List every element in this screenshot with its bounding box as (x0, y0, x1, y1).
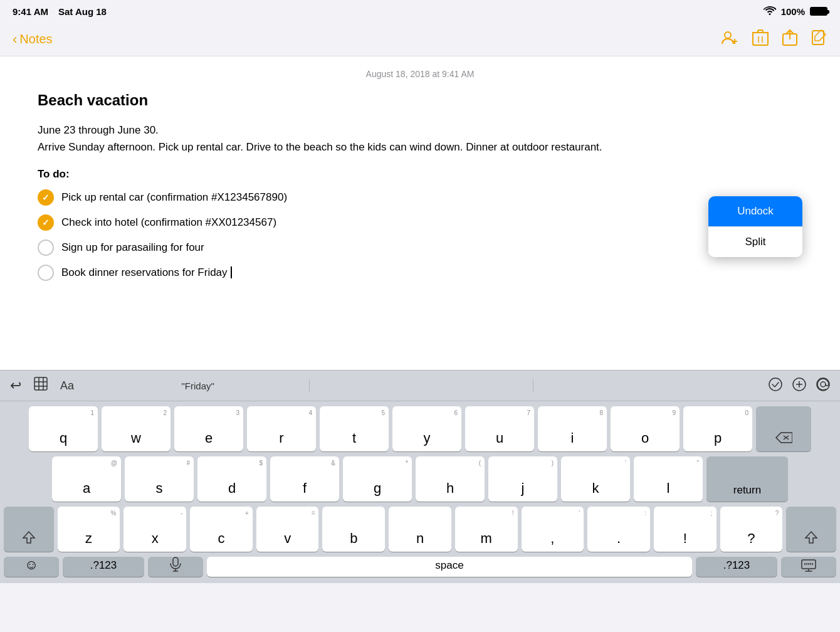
autocomplete-left[interactable]: "Friday" (87, 378, 309, 394)
note-title[interactable]: Beach vacation (38, 92, 802, 109)
todo-checkbox-4[interactable] (38, 265, 54, 281)
todo-checkbox-3[interactable] (38, 240, 54, 256)
undock-popup: Undock Split (708, 196, 802, 257)
format-button[interactable]: Aa (60, 379, 74, 392)
battery-percentage: 100% (781, 6, 805, 17)
key-q[interactable]: 1q (29, 406, 98, 451)
key-shift-right[interactable] (786, 507, 836, 552)
todo-item-2[interactable]: ✓ Check into hotel (confirmation #XX0123… (38, 214, 802, 231)
key-r[interactable]: 4r (247, 406, 316, 451)
key-exclaim[interactable]: ;! (654, 507, 717, 552)
key-s[interactable]: #s (125, 456, 194, 502)
key-j[interactable]: )j (488, 456, 557, 502)
key-w[interactable]: 2w (102, 406, 171, 451)
key-o[interactable]: 9o (611, 406, 680, 451)
todo-item-4[interactable]: Book dinner reservations for Friday (38, 265, 802, 281)
key-return[interactable]: return (706, 456, 788, 502)
key-numbers-left[interactable]: .?123 (63, 557, 144, 577)
svg-point-19 (821, 382, 826, 387)
key-z[interactable]: %z (58, 507, 120, 552)
key-a[interactable]: @a (52, 456, 121, 502)
key-mic[interactable] (148, 557, 203, 577)
key-period[interactable]: :. (587, 507, 650, 552)
key-delete[interactable] (756, 406, 811, 451)
key-shift[interactable] (4, 507, 54, 552)
share-button[interactable] (782, 29, 797, 50)
keyboard-row-2: @a #s $d &f *g (h )j 'k "l return (4, 456, 836, 502)
table-button[interactable] (34, 377, 48, 394)
key-b[interactable]: b (322, 507, 385, 552)
key-v[interactable]: =v (256, 507, 319, 552)
done-icon[interactable] (769, 377, 782, 394)
key-numbers-right[interactable]: .?123 (696, 557, 777, 577)
at-icon[interactable] (816, 377, 830, 394)
svg-rect-3 (753, 33, 768, 45)
undock-button[interactable]: Undock (708, 196, 802, 226)
todo-text-4: Book dinner reservations for Friday (61, 266, 232, 279)
back-button[interactable]: ‹ Notes (13, 31, 53, 48)
key-n[interactable]: n (389, 507, 451, 552)
autocomplete-bar: "Friday" (87, 378, 756, 394)
todo-checkbox-1[interactable]: ✓ (38, 189, 54, 206)
key-x[interactable]: -x (123, 507, 186, 552)
status-time: 9:41 AM (13, 6, 48, 17)
todo-text-2: Check into hotel (confirmation #XX012345… (61, 216, 276, 229)
key-u[interactable]: 7u (465, 406, 534, 451)
wifi-icon (764, 5, 776, 18)
undo-button[interactable]: ↩ (10, 377, 21, 394)
todo-text-1: Pick up rental car (confirmation #X12345… (61, 191, 287, 204)
key-p[interactable]: 0p (683, 406, 752, 451)
note-toolbar: ‹ Notes (0, 23, 840, 56)
key-h[interactable]: (h (416, 456, 485, 502)
todo-item-3[interactable]: Sign up for parasailing for four (38, 240, 802, 256)
split-button[interactable]: Split (708, 226, 802, 257)
autocomplete-mid[interactable] (310, 383, 532, 388)
toolbar-actions (721, 29, 827, 50)
key-t[interactable]: 5t (320, 406, 389, 451)
key-question[interactable]: ?? (720, 507, 783, 552)
add-collaborator-button[interactable] (721, 29, 738, 50)
autocomplete-right[interactable] (533, 383, 756, 388)
keyboard-row-1: 1q 2w 3e 4r 5t 6y 7u 8i 9o 0p (4, 406, 836, 451)
note-date: August 18, 2018 at 9:41 AM (38, 69, 802, 79)
status-right: 100% (764, 5, 827, 18)
key-g[interactable]: *g (343, 456, 412, 502)
svg-rect-22 (173, 557, 178, 566)
compose-button[interactable] (811, 29, 827, 50)
todo-text-3: Sign up for parasailing for four (61, 241, 204, 254)
todo-checkbox-2[interactable]: ✓ (38, 214, 54, 231)
keyboard-row-3: %z -x +c =v b n !m ', :. ;! ?? (4, 507, 836, 552)
keyboard-toolbar-right (769, 377, 830, 394)
status-bar: 9:41 AM Sat Aug 18 100% (0, 0, 840, 23)
battery-icon (810, 7, 827, 16)
back-chevron-icon: ‹ (13, 31, 17, 48)
keyboard: 1q 2w 3e 4r 5t 6y 7u 8i 9o 0p @a #s $d &… (0, 401, 840, 583)
svg-point-14 (769, 378, 782, 391)
svg-point-18 (817, 378, 829, 391)
key-space[interactable]: space (207, 557, 692, 577)
key-y[interactable]: 6y (392, 406, 461, 451)
key-m[interactable]: !m (455, 507, 518, 552)
keyboard-toolbar: ↩ Aa "Friday" (0, 370, 840, 401)
keyboard-row-4: ☺ .?123 space .?123 (4, 557, 836, 583)
key-hide-keyboard[interactable] (781, 557, 836, 577)
svg-rect-9 (34, 377, 47, 390)
key-d[interactable]: $d (197, 456, 266, 502)
svg-point-0 (725, 32, 731, 38)
back-label: Notes (19, 32, 52, 46)
key-k[interactable]: 'k (561, 456, 630, 502)
key-e[interactable]: 3e (174, 406, 243, 451)
plus-circle-icon[interactable] (792, 377, 806, 394)
key-l[interactable]: "l (634, 456, 703, 502)
key-comma[interactable]: ', (522, 507, 584, 552)
todo-item-1[interactable]: ✓ Pick up rental car (confirmation #X123… (38, 189, 802, 206)
note-body: June 23 through June 30. Arrive Sunday a… (38, 122, 802, 155)
status-date: Sat Aug 18 (58, 6, 107, 17)
delete-button[interactable] (752, 29, 769, 50)
todo-label: To do: (38, 168, 802, 181)
key-c[interactable]: +c (190, 507, 253, 552)
key-i[interactable]: 8i (538, 406, 607, 451)
key-emoji[interactable]: ☺ (4, 557, 59, 577)
key-f[interactable]: &f (270, 456, 339, 502)
